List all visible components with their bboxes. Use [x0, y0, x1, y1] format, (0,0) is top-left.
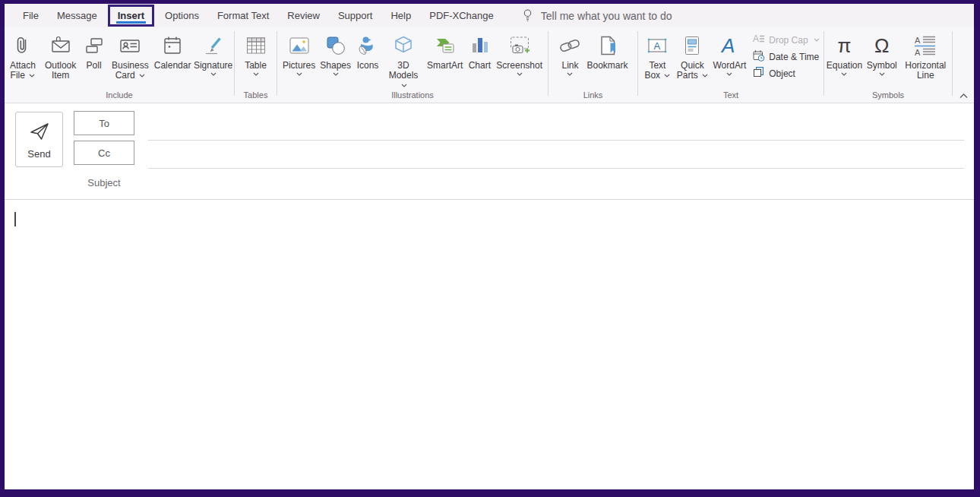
business-card-icon — [118, 32, 142, 59]
dropdown-chevron-icon — [726, 72, 732, 76]
wordart-icon: A — [717, 32, 741, 59]
tab-options[interactable]: Options — [156, 4, 208, 27]
business-card-button[interactable]: Business Card — [108, 27, 153, 81]
svg-text:A: A — [915, 36, 921, 45]
insert-tab-annotation-box: Insert — [108, 5, 154, 27]
cc-button[interactable]: Cc — [74, 141, 134, 165]
date-time-button[interactable]: Date & Time — [753, 50, 819, 63]
dropdown-chevron-icon — [814, 38, 820, 42]
calendar-button[interactable]: Calendar — [153, 27, 192, 71]
signature-button[interactable]: Signature — [192, 27, 234, 76]
text-group-stack: A Drop Cap Date & Time — [748, 27, 820, 80]
table-button[interactable]: Table — [242, 27, 270, 76]
3d-models-button[interactable]: 3D Models — [382, 27, 425, 90]
chevron-up-icon — [959, 93, 969, 99]
svg-text:A: A — [720, 34, 735, 57]
to-button[interactable]: To — [74, 111, 134, 135]
include-group-label: Include — [5, 90, 234, 103]
paperclip-icon — [11, 32, 35, 59]
compose-header: Send To Cc Subject — [5, 103, 974, 200]
tab-message-label: Message — [57, 10, 97, 21]
icons-button[interactable]: Icons — [353, 27, 382, 71]
outlook-item-button[interactable]: Outlook Item — [41, 27, 81, 81]
dropdown-chevron-icon — [401, 84, 407, 87]
ribbon-group-links: Link Bookmark Links — [548, 27, 637, 103]
wordart-button[interactable]: A WordArt — [710, 27, 748, 76]
to-field[interactable] — [148, 140, 964, 141]
equation-label: Equation — [827, 61, 862, 71]
tab-format-text[interactable]: Format Text — [208, 4, 278, 27]
tab-file[interactable]: File — [14, 4, 48, 27]
dropdown-chevron-icon — [296, 72, 302, 76]
cc-label: Cc — [98, 147, 110, 159]
screenshot-label: Screenshot — [496, 61, 542, 71]
calendar-icon — [160, 32, 185, 59]
cc-field[interactable] — [148, 168, 964, 169]
horizontal-line-icon: AA — [913, 32, 937, 59]
dropdown-chevron-icon — [517, 72, 523, 76]
group-separator — [952, 31, 953, 96]
object-button[interactable]: Object — [753, 67, 819, 80]
ribbon: Attach File Outlook Item Poll — [5, 27, 974, 103]
chart-button[interactable]: Chart — [465, 27, 494, 71]
collapse-ribbon-button[interactable] — [959, 93, 969, 99]
calendar-label: Calendar — [154, 61, 191, 71]
text-box-button[interactable]: A Text Box — [640, 27, 674, 81]
symbols-group-label: Symbols — [824, 90, 952, 103]
column-chart-icon — [467, 32, 492, 59]
tab-options-label: Options — [165, 10, 199, 21]
dropdown-chevron-icon — [841, 72, 847, 76]
outlook-item-label: Outlook Item — [45, 60, 76, 81]
picture-icon — [287, 32, 311, 59]
tab-review-label: Review — [287, 10, 320, 21]
link-label: Link — [561, 61, 578, 71]
tab-pdf-xchange[interactable]: PDF-XChange — [420, 4, 503, 27]
smartart-label: SmartArt — [427, 61, 463, 71]
date-time-icon — [753, 49, 765, 64]
dropdown-chevron-icon — [879, 72, 885, 76]
quick-parts-button[interactable]: Quick Parts — [674, 27, 710, 81]
to-label: To — [99, 118, 109, 129]
tables-group-label: Tables — [235, 90, 277, 103]
object-label: Object — [769, 68, 795, 79]
shapes-label: Shapes — [320, 61, 351, 71]
equation-button[interactable]: π Equation — [824, 27, 865, 76]
pictures-label: Pictures — [283, 61, 315, 71]
tab-insert[interactable]: Insert — [110, 7, 152, 24]
bookmark-button[interactable]: Bookmark — [584, 27, 630, 71]
drop-cap-button: A Drop Cap — [753, 33, 819, 46]
mail-compose-window: File Message Insert Options Format Text … — [0, 0, 980, 497]
smartart-icon — [433, 32, 457, 59]
3d-models-label: 3D Models — [389, 60, 419, 81]
ribbon-group-tables: Table Tables — [235, 27, 277, 103]
paper-plane-icon — [28, 120, 51, 143]
symbol-button[interactable]: Ω Symbol — [865, 27, 899, 76]
object-icon — [753, 66, 765, 81]
send-button[interactable]: Send — [15, 112, 63, 167]
poll-button[interactable]: Poll — [80, 27, 107, 71]
poll-bars-icon — [82, 32, 106, 59]
horizontal-line-button[interactable]: AA Horizontal Line — [899, 27, 952, 81]
tell-me-search[interactable]: Tell me what you want to do — [523, 4, 672, 27]
smartart-button[interactable]: SmartArt — [425, 27, 465, 71]
text-group-label: Text — [638, 90, 824, 103]
envelope-attachment-icon — [49, 32, 73, 59]
link-button[interactable]: Link — [555, 27, 584, 76]
screenshot-button[interactable]: Screenshot — [494, 27, 545, 76]
signature-label: Signature — [194, 61, 232, 71]
date-time-label: Date & Time — [769, 52, 819, 62]
table-label: Table — [245, 61, 267, 71]
attach-file-button[interactable]: Attach File — [5, 27, 41, 81]
subject-label: Subject — [74, 177, 134, 188]
tab-support[interactable]: Support — [329, 4, 382, 27]
wordart-label: WordArt — [713, 61, 746, 71]
drop-cap-label: Drop Cap — [769, 35, 808, 46]
shapes-button[interactable]: Shapes — [318, 27, 353, 76]
tab-message[interactable]: Message — [48, 4, 106, 27]
tab-help[interactable]: Help — [381, 4, 420, 27]
ribbon-group-symbols: π Equation Ω Symbol AA Horizontal Line S… — [824, 27, 952, 103]
pictures-button[interactable]: Pictures — [280, 27, 318, 76]
tab-review[interactable]: Review — [278, 4, 329, 27]
message-body-editor[interactable] — [5, 200, 974, 489]
dropdown-chevron-icon — [210, 72, 217, 76]
